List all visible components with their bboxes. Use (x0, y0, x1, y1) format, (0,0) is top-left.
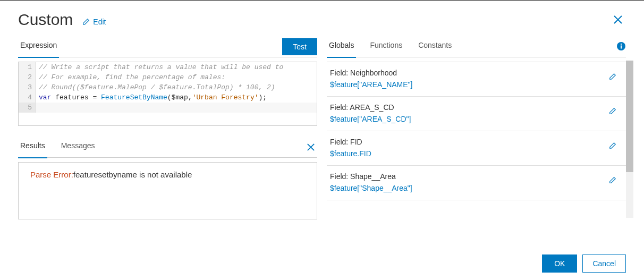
line-number: 2 (19, 72, 36, 82)
global-field-label: Field: Shape__Area (330, 172, 623, 181)
pencil-icon (609, 107, 616, 115)
pencil-icon (82, 18, 90, 26)
close-icon (613, 15, 623, 24)
line-number: 4 (19, 92, 36, 103)
global-expression[interactable]: $feature["Shape__Area"] (330, 184, 623, 192)
global-item: Field: Neighborhood $feature["AREA_NAME"… (327, 62, 626, 97)
tab-results[interactable]: Results (18, 139, 47, 158)
scrollbar-thumb[interactable] (626, 61, 633, 172)
global-expression[interactable]: $feature.FID (330, 149, 623, 158)
insert-global-button[interactable] (609, 142, 616, 151)
tab-messages-label: Messages (61, 141, 95, 150)
global-expression[interactable]: $feature["AREA_NAME"] (330, 80, 623, 89)
error-message: featuresetbyname is not available (73, 170, 192, 179)
tab-results-label: Results (20, 141, 45, 150)
ok-button-label: OK (554, 259, 565, 268)
tab-globals[interactable]: Globals (327, 38, 356, 57)
reference-tabrow: Globals Functions Constants (327, 38, 626, 57)
code-line: // Write a script that returns a value t… (39, 63, 283, 71)
results-tabrow: Results Messages (18, 139, 317, 158)
edit-title-label: Edit (93, 18, 106, 26)
test-button[interactable]: Test (282, 38, 317, 55)
right-column: Globals Functions Constants Field: Neigh… (327, 38, 626, 219)
global-expression[interactable]: $feature["AREA_S_CD"] (330, 115, 623, 123)
code-line (36, 103, 317, 113)
title-row: Custom Edit (18, 11, 626, 29)
global-item: Field: Shape__Area $feature["Shape__Area… (327, 166, 626, 200)
close-dialog-button[interactable] (613, 14, 623, 28)
global-field-label: Field: Neighborhood (330, 69, 623, 77)
pencil-icon (609, 73, 616, 80)
ok-button[interactable]: OK (542, 254, 577, 273)
error-label: Parse Error: (30, 170, 73, 179)
dialog-footer: OK Cancel (542, 254, 626, 273)
pencil-icon (609, 176, 616, 184)
insert-global-button[interactable] (609, 176, 616, 185)
close-icon (307, 143, 315, 151)
tab-messages[interactable]: Messages (59, 139, 97, 158)
results-output: Parse Error:featuresetbyname is not avai… (18, 162, 317, 219)
editor-horizontal-scrollbar[interactable] (36, 118, 317, 125)
dialog-title: Custom (18, 11, 73, 29)
tab-globals-label: Globals (329, 41, 354, 49)
tab-constants[interactable]: Constants (416, 38, 454, 57)
code-line: // Round(($feature.MalePop / $feature.To… (39, 83, 275, 91)
svg-rect-1 (621, 46, 622, 49)
global-field-label: Field: FID (330, 138, 623, 146)
insert-global-button[interactable] (609, 73, 616, 82)
tab-functions[interactable]: Functions (368, 38, 404, 57)
code-line: // For example, find the percentage of m… (39, 73, 225, 81)
test-button-label: Test (293, 43, 307, 51)
globals-vertical-scrollbar[interactable] (626, 61, 633, 219)
global-item: Field: FID $feature.FID (327, 131, 626, 166)
cancel-button-label: Cancel (592, 259, 616, 268)
tab-expression-label: Expression (20, 41, 57, 49)
code-editor[interactable]: 1// Write a script that returns a value … (18, 62, 317, 126)
tab-constants-label: Constants (418, 41, 452, 49)
code-line: var features = FeatureSetByName($map,'Ur… (36, 92, 317, 103)
tab-expression[interactable]: Expression (18, 38, 59, 57)
info-button[interactable] (616, 41, 626, 53)
svg-rect-2 (621, 44, 622, 45)
globals-list[interactable]: Field: Neighborhood $feature["AREA_NAME"… (327, 62, 626, 219)
line-number: 3 (19, 82, 36, 92)
tab-functions-label: Functions (370, 41, 402, 49)
line-number: 5 (19, 103, 36, 113)
arcade-expression-dialog: Custom Edit Expression Test 1// Write a … (0, 1, 644, 280)
expression-tabrow: Expression Test (18, 38, 317, 57)
left-column: Expression Test 1// Write a script that … (18, 38, 317, 219)
insert-global-button[interactable] (609, 107, 616, 116)
line-number: 1 (19, 62, 36, 72)
close-results-button[interactable] (304, 142, 317, 154)
edit-title-button[interactable]: Edit (82, 18, 106, 26)
global-field-label: Field: AREA_S_CD (330, 103, 623, 112)
global-item: Field: AREA_S_CD $feature["AREA_S_CD"] (327, 97, 626, 131)
cancel-button[interactable]: Cancel (582, 254, 626, 273)
pencil-icon (609, 142, 616, 149)
info-icon (616, 41, 626, 51)
